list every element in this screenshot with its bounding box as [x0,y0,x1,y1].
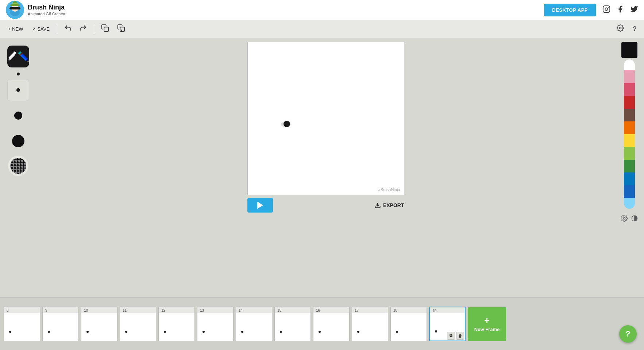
svg-point-8 [10,4,20,6]
svg-point-11 [608,7,609,7]
twitter-icon[interactable] [630,5,638,15]
export-button[interactable]: EXPORT [374,202,404,209]
frame-number-17: 17 [353,308,360,313]
color-pink[interactable] [624,83,635,96]
new-frame-button[interactable]: +New Frame [468,307,506,341]
frame-thumb-17[interactable]: 17 [352,307,388,341]
frame-dot-13 [203,331,205,333]
help-toolbar-button[interactable]: ? [630,23,640,35]
svg-rect-9 [603,5,610,12]
frame-thumb-16[interactable]: 16 [313,307,350,341]
undo-button[interactable] [61,22,75,36]
save-button[interactable]: ✓ SAVE [28,24,53,34]
brush-size-small-button[interactable] [7,79,29,101]
color-palette-track [624,59,635,209]
frame-thumb-18[interactable]: 18 [390,307,427,341]
frame-dot-11 [125,331,127,333]
frame-action-bar: ⧉🗑 [446,331,465,341]
color-brown[interactable] [624,109,635,121]
brush-size-medium-button[interactable] [7,105,29,127]
color-orange[interactable] [624,121,635,134]
svg-rect-12 [104,27,108,31]
svg-rect-13 [120,27,124,31]
frame-number-15: 15 [276,308,283,313]
selected-color-swatch[interactable] [621,42,637,58]
color-red[interactable] [624,96,635,109]
frame-delete-button[interactable]: 🗑 [456,332,464,340]
paste-frame-button[interactable] [114,22,128,36]
social-links [602,5,638,15]
app-subtitle: Animated Gif Creator [28,12,65,16]
frame-thumb-8[interactable]: 8 [4,307,40,341]
color-pink-light[interactable] [624,70,635,83]
color-settings-icon[interactable] [621,215,628,223]
instagram-icon[interactable] [602,5,610,15]
desktop-app-button[interactable]: DESKTOP APP [544,4,596,16]
frame-dot-15 [280,331,282,333]
frame-thumb-13[interactable]: 13 [197,307,234,341]
frame-copy-button[interactable]: ⧉ [447,332,455,340]
color-light-blue[interactable] [624,198,635,209]
brush-size-large-button[interactable] [7,130,29,152]
new-button[interactable]: + NEW [4,24,27,34]
color-white-top[interactable] [624,59,635,70]
toolbar-right: ? [614,23,640,35]
facebook-icon[interactable] [616,5,624,15]
frame-dot-18 [396,331,398,333]
color-light-green[interactable] [624,147,635,160]
frame-thumb-12[interactable]: 12 [158,307,195,341]
frame-dot-14 [241,331,243,333]
frame-thumb-19[interactable]: 19⧉🗑 [429,307,466,341]
toolbar-divider-2 [94,24,94,35]
frame-dot-12 [164,331,166,333]
header: Brush Ninja Animated Gif Creator DESKTOP… [0,0,644,20]
settings-button[interactable] [614,23,627,35]
main-area: #BrushNinja EXPORT [0,38,644,297]
color-yellow[interactable] [624,134,635,147]
play-icon [257,202,263,209]
color-dark-blue[interactable] [624,185,635,198]
svg-point-5 [16,8,17,9]
filmstrip: 8910111213141516171819⧉🗑+New Frame [0,297,644,350]
frame-number-12: 12 [160,308,167,313]
redo-button[interactable] [76,22,90,36]
svg-point-16 [620,27,621,29]
help-fab-button[interactable]: ? [619,325,637,343]
frame-thumb-10[interactable]: 10 [81,307,117,341]
canvas-watermark: #BrushNinja [378,187,400,192]
svg-point-18 [624,218,625,219]
canvas-controls: EXPORT [247,195,404,215]
color-green[interactable] [624,160,635,172]
color-bottom-tools [621,215,638,223]
frame-dot-17 [357,331,359,333]
brush-size-xlarge-button[interactable] [8,156,28,176]
frame-thumb-9[interactable]: 9 [42,307,79,341]
new-frame-plus-icon: + [484,315,490,325]
frame-dot-10 [86,331,89,333]
frame-number-10: 10 [82,308,89,313]
brush-size-tiny-option[interactable] [17,73,20,75]
frame-dot-9 [48,331,50,333]
export-icon [374,202,381,209]
new-frame-label: New Frame [474,327,500,332]
color-blue[interactable] [624,172,635,185]
color-contrast-icon[interactable] [631,215,638,223]
canvas-container: #BrushNinja EXPORT [247,42,404,215]
frame-thumb-14[interactable]: 14 [236,307,272,341]
frame-thumb-11[interactable]: 11 [120,307,156,341]
brush-tool-button[interactable] [7,46,29,67]
logo-text: Brush Ninja Animated Gif Creator [28,4,65,16]
left-tools-panel [0,38,36,297]
frame-thumb-15[interactable]: 15 [274,307,311,341]
export-label: EXPORT [383,202,404,208]
copy-frame-button[interactable] [98,22,112,36]
svg-point-10 [605,8,608,10]
toolbar: + NEW ✓ SAVE ? [0,20,644,38]
svg-point-4 [13,8,14,9]
frame-dot-16 [319,331,321,333]
svg-rect-7 [13,1,17,3]
frame-dot-8 [9,331,11,333]
drawing-canvas[interactable]: #BrushNinja [247,42,404,195]
play-button[interactable] [247,198,273,213]
frame-number-9: 9 [44,308,49,313]
